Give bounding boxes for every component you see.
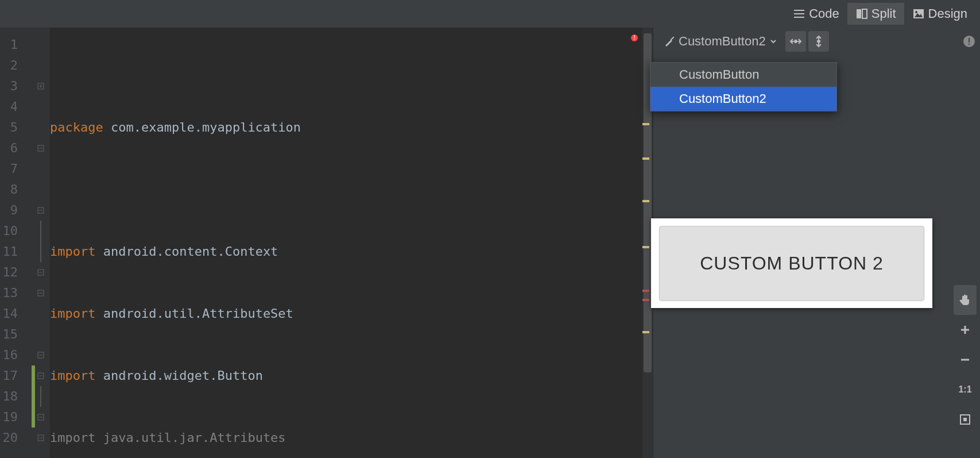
fold-column: [32, 28, 50, 458]
line-number: 7: [0, 159, 32, 179]
kw-import-unused: import: [50, 430, 95, 445]
fold-end-icon[interactable]: [37, 145, 44, 152]
zoom-out-button[interactable]: [954, 345, 977, 375]
line-number: 20: [0, 428, 32, 448]
line-number: 13: [0, 283, 32, 303]
line-number: 19: [0, 407, 32, 428]
code-text: java.util.jar.Attributes: [95, 430, 285, 445]
warning-marker[interactable]: [642, 157, 649, 160]
dropdown-item-selected[interactable]: CustomButton2: [650, 87, 836, 111]
fold-plus-icon[interactable]: [37, 83, 44, 90]
line-number: 16: [0, 345, 32, 365]
code-editor[interactable]: ! package com.example.myapplication impo…: [50, 28, 642, 458]
code-text: android.content.Context: [95, 244, 278, 259]
dropdown-item[interactable]: CustomButton: [650, 63, 836, 87]
view-mode-design-tab[interactable]: Design: [904, 3, 975, 25]
line-number: 11: [0, 241, 32, 262]
zoom-fit-button[interactable]: [954, 405, 977, 434]
fold-minus-icon[interactable]: [37, 207, 44, 214]
svg-rect-4: [862, 9, 867, 18]
view-mode-design-label: Design: [928, 6, 967, 21]
fold-end-icon[interactable]: [37, 290, 44, 297]
code-text: com.example.myapplication: [103, 120, 301, 134]
svg-rect-29: [795, 40, 797, 43]
lines-icon: [793, 7, 805, 20]
line-number: 8: [0, 179, 32, 200]
fold-minus-icon[interactable]: [37, 372, 44, 379]
zoom-actual-button[interactable]: 1:1: [954, 375, 977, 405]
vcs-change-marker: [32, 365, 35, 386]
kw-package: package: [50, 120, 103, 134]
svg-rect-27: [670, 36, 674, 40]
stretch-vertical-icon: [812, 35, 825, 48]
kw-import: import: [50, 244, 95, 259]
rendered-button-label: CUSTOM BUTTON 2: [700, 253, 884, 274]
main-area: 1 2 3 4 5 6 7 8 9 10 11 12 13 14 15 16 1…: [0, 28, 980, 458]
view-mode-code-tab[interactable]: Code: [785, 3, 847, 25]
line-number: 9: [0, 200, 32, 221]
view-mode-code-label: Code: [809, 6, 839, 21]
design-preview-pane: CustomButton2 CustomButton CustomButton2: [653, 28, 980, 458]
warning-marker[interactable]: [642, 123, 649, 125]
line-number: 12: [0, 262, 32, 283]
orientation-landscape-button[interactable]: [785, 31, 806, 52]
fit-screen-icon: [959, 413, 971, 426]
design-tools-icon: [664, 36, 675, 47]
one-to-one-icon: 1:1: [958, 384, 971, 395]
line-number: 17: [0, 365, 32, 386]
preview-header: CustomButton2: [653, 28, 980, 55]
error-indicator-icon[interactable]: !: [631, 34, 638, 41]
error-marker[interactable]: [642, 299, 649, 301]
view-mode-toolbar: Code Split Design: [0, 0, 980, 28]
line-number: 15: [0, 324, 32, 345]
svg-rect-33: [969, 38, 970, 43]
kw-import: import: [50, 306, 95, 321]
rendered-frame: CUSTOM BUTTON 2: [651, 218, 932, 308]
view-mode-split-label: Split: [871, 6, 896, 21]
orientation-portrait-button[interactable]: [808, 31, 829, 52]
preview-component-selector[interactable]: CustomButton2: [658, 32, 783, 51]
fold-guide: [40, 386, 41, 407]
fold-guide: [40, 241, 41, 262]
code-text: android.util.AttributeSet: [95, 306, 293, 321]
rendered-custom-button[interactable]: CUSTOM BUTTON 2: [659, 226, 924, 301]
line-number: 18: [0, 386, 32, 407]
fold-end-icon[interactable]: [37, 269, 44, 276]
gutter: 1 2 3 4 5 6 7 8 9 10 11 12 13 14 15 16 1…: [0, 28, 32, 458]
vcs-change-marker: [32, 386, 35, 428]
svg-rect-34: [969, 44, 970, 45]
fold-end-icon[interactable]: [37, 414, 44, 421]
fold-minus-icon[interactable]: [37, 352, 44, 359]
svg-rect-3: [857, 9, 861, 18]
preview-canvas[interactable]: CUSTOM BUTTON 2 1:1: [653, 55, 980, 458]
stretch-horizontal-icon: [789, 35, 802, 48]
line-number: 1: [0, 34, 32, 55]
minus-icon: [959, 353, 971, 366]
zoom-in-button[interactable]: [954, 315, 977, 345]
hand-icon: [958, 293, 972, 307]
svg-point-7: [915, 11, 917, 13]
issues-indicator-icon[interactable]: [963, 35, 975, 48]
preview-selected-label: CustomButton2: [679, 34, 766, 49]
line-number: 14: [0, 303, 32, 324]
warning-marker[interactable]: [642, 331, 649, 333]
line-number: 3: [0, 76, 32, 97]
fold-guide: [40, 221, 41, 241]
error-marker[interactable]: [642, 290, 649, 292]
code-text: android.widget.Button: [95, 368, 262, 383]
svg-rect-31: [817, 40, 820, 43]
preview-zoom-tools: 1:1: [954, 285, 977, 434]
warning-marker[interactable]: [642, 200, 649, 202]
view-mode-split-tab[interactable]: Split: [847, 3, 904, 25]
line-number: 4: [0, 97, 32, 117]
plus-icon: [959, 324, 971, 336]
fold-end-icon[interactable]: [37, 434, 44, 441]
pan-tool-button[interactable]: [954, 285, 977, 315]
image-icon: [912, 7, 925, 20]
line-number: 5: [0, 117, 32, 138]
line-number: 2: [0, 55, 32, 76]
split-icon: [855, 7, 868, 20]
warning-marker[interactable]: [642, 246, 649, 248]
kw-import: import: [50, 368, 95, 383]
preview-component-dropdown[interactable]: CustomButton CustomButton2: [650, 62, 837, 111]
